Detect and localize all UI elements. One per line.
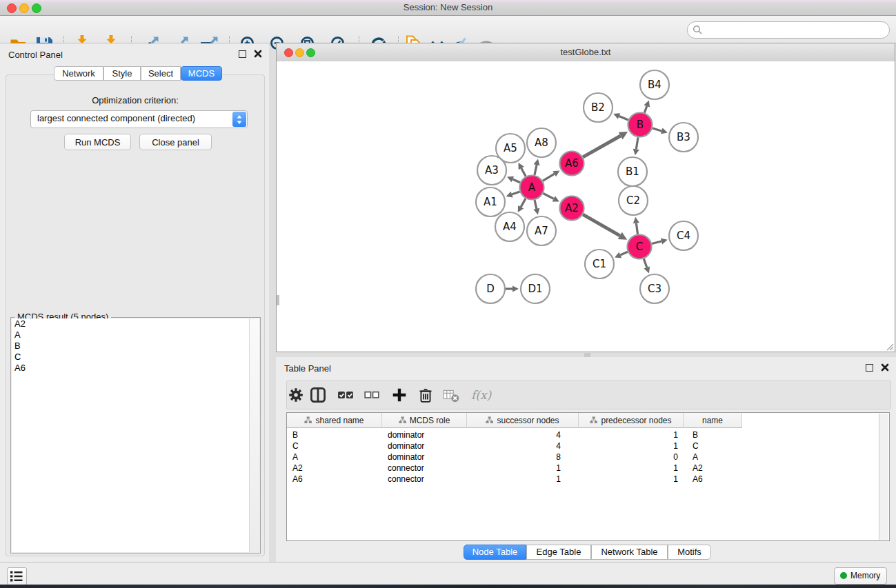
- table-cell[interactable]: C: [287, 440, 382, 452]
- column-header-shared-name[interactable]: shared name: [287, 413, 382, 428]
- graph-node-A3[interactable]: A3: [477, 156, 506, 185]
- add-row-icon[interactable]: [391, 387, 408, 403]
- table-cell[interactable]: 1: [467, 463, 579, 474]
- table-cell[interactable]: dominator: [382, 440, 467, 452]
- table-cell[interactable]: 1: [579, 429, 684, 440]
- graph-edge-A-A6[interactable]: [543, 174, 555, 181]
- table-cell[interactable]: 1: [467, 474, 579, 485]
- graph-node-B3[interactable]: B3: [669, 123, 698, 152]
- delete-column-icon[interactable]: [443, 387, 459, 403]
- graph-node-A6[interactable]: A6: [560, 152, 584, 176]
- mcds-result-item[interactable]: A6: [12, 363, 250, 374]
- deselect-all-icon[interactable]: [364, 387, 380, 403]
- graph-edge-A6-B[interactable]: [583, 136, 621, 157]
- table-cell[interactable]: B: [684, 429, 742, 440]
- table-cell[interactable]: B: [287, 429, 382, 440]
- graph-edge-A2-C[interactable]: [583, 214, 620, 236]
- close-table-panel-icon[interactable]: [881, 363, 889, 372]
- float-panel-icon[interactable]: [239, 50, 246, 58]
- graph-node-C4[interactable]: C4: [669, 221, 698, 250]
- graph-node-B4[interactable]: B4: [640, 70, 669, 99]
- tab-select[interactable]: Select: [141, 66, 181, 81]
- close-panel-icon[interactable]: [254, 50, 262, 58]
- window-resize-grip[interactable]: [886, 343, 894, 351]
- graph-edge-A-A5[interactable]: [521, 168, 526, 176]
- graph-node-B[interactable]: B: [628, 113, 653, 137]
- network-canvas[interactable]: B4B2BB3A8A5A6A3B1AC2A1A2A4A7C4CC1C3DD1: [277, 61, 895, 352]
- tab-network-table[interactable]: Network Table: [591, 545, 668, 560]
- tab-node-table[interactable]: Node Table: [464, 545, 526, 560]
- table-cell[interactable]: A: [684, 452, 742, 463]
- graph-node-B1[interactable]: B1: [618, 157, 647, 186]
- settings-icon[interactable]: [288, 387, 304, 403]
- table-cell[interactable]: C: [684, 440, 742, 452]
- table-cell[interactable]: connector: [382, 474, 467, 485]
- tab-motifs[interactable]: Motifs: [668, 545, 711, 560]
- float-table-panel-icon[interactable]: [866, 364, 873, 372]
- tab-network[interactable]: Network: [54, 66, 103, 81]
- column-header-name[interactable]: name: [684, 413, 742, 428]
- network-window-titlebar[interactable]: testGlobe.txt: [277, 43, 895, 62]
- graph-edge-A-A2[interactable]: [543, 193, 553, 199]
- graph-edge-C-C3[interactable]: [644, 258, 647, 267]
- mcds-result-item[interactable]: A2: [12, 318, 250, 330]
- table-cell[interactable]: A6: [287, 474, 382, 485]
- table-cell[interactable]: connector: [382, 463, 467, 474]
- graph-edge-A-A3[interactable]: [512, 179, 520, 183]
- select-all-icon[interactable]: [337, 387, 354, 403]
- table-cell[interactable]: dominator: [382, 452, 467, 463]
- graph-node-C[interactable]: C: [628, 235, 652, 259]
- graph-edge-C-C4[interactable]: [652, 241, 661, 244]
- table-cell[interactable]: dominator: [382, 429, 467, 440]
- tab-edge-table[interactable]: Edge Table: [526, 545, 591, 560]
- optimization-criterion-select[interactable]: largest connected component (directed): [30, 110, 248, 128]
- graph-node-A2[interactable]: A2: [560, 196, 584, 221]
- graph-node-A4[interactable]: A4: [495, 212, 524, 241]
- graph-edge-A-A8[interactable]: [535, 165, 537, 175]
- table-cell[interactable]: 1: [579, 474, 684, 485]
- graph-node-B2[interactable]: B2: [584, 93, 613, 122]
- graph-edge-A-A7[interactable]: [535, 200, 537, 209]
- graph-node-A8[interactable]: A8: [527, 128, 556, 157]
- table-cell[interactable]: A2: [287, 463, 382, 474]
- graph-edge-C-C2[interactable]: [636, 223, 637, 234]
- graph-node-D[interactable]: D: [476, 274, 505, 303]
- table-cell[interactable]: 1: [579, 463, 684, 474]
- table-cell[interactable]: 4: [467, 440, 579, 452]
- tab-style[interactable]: Style: [103, 66, 141, 81]
- graph-edge-A-A4[interactable]: [521, 199, 526, 207]
- mcds-result-item[interactable]: B: [12, 341, 250, 352]
- delete-row-icon[interactable]: [417, 387, 434, 403]
- table-cell[interactable]: 1: [579, 440, 684, 452]
- graph-edge-C-C1[interactable]: [620, 252, 628, 255]
- column-header-predecessor-nodes[interactable]: predecessor nodes: [579, 413, 684, 428]
- memory-button[interactable]: Memory: [834, 567, 887, 585]
- network-list-button[interactable]: [7, 567, 27, 585]
- close-panel-button[interactable]: Close panel: [139, 134, 212, 150]
- column-header-MCDS-role[interactable]: MCDS role: [382, 413, 467, 428]
- table-cell[interactable]: A6: [684, 474, 742, 485]
- column-header-successor-nodes[interactable]: successor nodes: [467, 413, 579, 428]
- mcds-result-item[interactable]: A: [12, 330, 250, 341]
- graph-node-A1[interactable]: A1: [476, 187, 505, 216]
- tab-mcds[interactable]: MCDS: [181, 66, 222, 81]
- table-cell[interactable]: 0: [579, 452, 684, 463]
- graph-node-C1[interactable]: C1: [585, 250, 614, 278]
- graph-node-C2[interactable]: C2: [619, 186, 648, 215]
- graph-node-C3[interactable]: C3: [640, 274, 669, 303]
- table-cell[interactable]: A: [287, 452, 382, 463]
- result-list-scrollbar[interactable]: [249, 318, 259, 552]
- canvas-vertical-scroll-thumb[interactable]: [277, 295, 279, 305]
- graph-edge-A-A1[interactable]: [512, 192, 519, 194]
- table-cell[interactable]: 4: [467, 429, 579, 440]
- graph-node-A[interactable]: A: [520, 176, 544, 200]
- search-input[interactable]: [706, 23, 884, 37]
- graph-edge-B-B4[interactable]: [644, 106, 646, 113]
- function-icon[interactable]: f(x): [471, 387, 495, 403]
- graph-edge-B-B3[interactable]: [653, 128, 661, 131]
- table-scrollbar[interactable]: [879, 414, 888, 540]
- run-mcds-button[interactable]: Run MCDS: [64, 134, 131, 150]
- table-cell[interactable]: A2: [684, 463, 742, 474]
- mcds-result-item[interactable]: C: [12, 352, 250, 363]
- columns-icon[interactable]: [310, 387, 326, 403]
